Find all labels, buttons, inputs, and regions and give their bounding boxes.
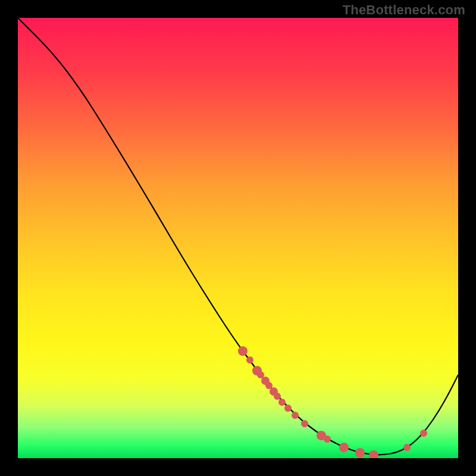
bottleneck-curve-chart [18,18,458,458]
sample-dot [301,420,308,427]
sample-dot [369,450,378,458]
sample-dot [238,346,248,356]
sample-dot [246,356,253,364]
sample-dot [284,405,292,412]
sample-dot [403,444,411,451]
sample-dot [339,443,349,452]
watermark-text: TheBottleneck.com [343,2,465,18]
sample-dot [274,393,281,400]
bottleneck-curve [18,18,458,455]
sample-dot [324,436,331,443]
sample-dot [278,399,286,406]
sample-dot [292,412,299,419]
sample-dot [420,430,427,437]
sample-dot [355,448,365,458]
